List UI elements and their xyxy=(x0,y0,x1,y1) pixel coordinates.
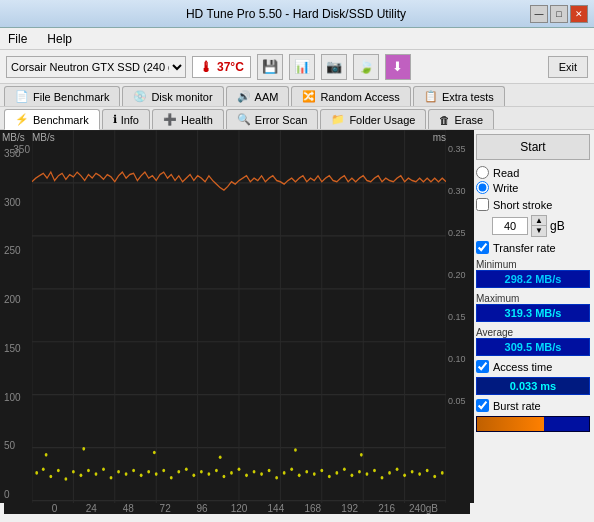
short-stroke-checkbox[interactable] xyxy=(476,198,489,211)
svg-point-42 xyxy=(207,472,210,476)
maximum-group: Maximum 319.3 MB/s xyxy=(476,292,590,322)
svg-point-28 xyxy=(102,468,105,472)
close-button[interactable]: ✕ xyxy=(570,5,588,23)
burst-rate-label: Burst rate xyxy=(493,400,541,412)
burst-rate-checkbox[interactable] xyxy=(476,399,489,412)
svg-point-48 xyxy=(253,470,256,474)
radio-write-label: Write xyxy=(476,181,590,194)
short-stroke-row: Short stroke xyxy=(476,198,590,211)
toolbar-icon-camera[interactable]: 📷 xyxy=(321,54,347,80)
gb-input[interactable] xyxy=(492,217,528,235)
radio-group: Read Write xyxy=(476,166,590,194)
x-label-24: 24 xyxy=(73,503,110,514)
svg-point-68 xyxy=(403,474,406,478)
burst-rate-fill xyxy=(477,417,544,431)
random-access-icon: 🔀 xyxy=(302,90,316,103)
svg-point-76 xyxy=(153,451,156,455)
svg-point-65 xyxy=(381,476,384,480)
menu-bar: File Help xyxy=(0,28,594,50)
exit-button[interactable]: Exit xyxy=(548,56,588,78)
svg-point-24 xyxy=(72,470,75,474)
svg-point-34 xyxy=(147,470,150,474)
gb-down-button[interactable]: ▼ xyxy=(532,226,546,236)
svg-point-46 xyxy=(238,468,241,472)
tab-benchmark[interactable]: ⚡ Benchmark xyxy=(4,109,100,130)
chart-wrapper: MB/s 350 MB/s ms xyxy=(0,130,474,514)
x-label-120: 120 xyxy=(221,503,258,514)
svg-point-59 xyxy=(335,471,338,475)
svg-point-40 xyxy=(192,474,195,478)
toolbar-icon-download[interactable]: ⬇ xyxy=(385,54,411,80)
gb-row: ▲ ▼ gB xyxy=(492,215,590,237)
chart-top-right-label: ms xyxy=(433,132,446,143)
y-label-right-020: 0.20 xyxy=(448,270,466,280)
svg-point-70 xyxy=(418,472,421,476)
menu-file[interactable]: File xyxy=(4,30,31,48)
y-axis-left-label: MB/s xyxy=(2,132,25,143)
tab-folder-usage[interactable]: 📁 Folder Usage xyxy=(320,109,426,129)
svg-point-23 xyxy=(64,477,67,481)
x-label-48: 48 xyxy=(110,503,147,514)
tab-extra-tests[interactable]: 📋 Extra tests xyxy=(413,86,505,106)
extra-tests-icon: 📋 xyxy=(424,90,438,103)
start-button[interactable]: Start xyxy=(476,134,590,160)
folder-usage-icon: 📁 xyxy=(331,113,345,126)
svg-point-72 xyxy=(433,475,436,479)
write-label-text: Write xyxy=(493,182,518,194)
thermometer-icon: 🌡 xyxy=(199,59,213,75)
minimum-group: Minimum 298.2 MB/s xyxy=(476,258,590,288)
tab-error-scan[interactable]: 🔍 Error Scan xyxy=(226,109,319,129)
svg-point-66 xyxy=(388,471,391,475)
chart-inner: MB/s ms xyxy=(32,130,446,503)
svg-point-74 xyxy=(45,453,48,457)
x-label-144: 144 xyxy=(257,503,294,514)
svg-point-64 xyxy=(373,469,376,473)
svg-point-54 xyxy=(298,474,301,478)
svg-point-79 xyxy=(360,453,363,457)
drive-select[interactable]: Corsair Neutron GTX SSD (240 gB) xyxy=(6,56,186,78)
y-label-right-030: 0.30 xyxy=(448,186,466,196)
tab-info[interactable]: ℹ Info xyxy=(102,109,150,129)
chart-svg xyxy=(32,130,446,503)
svg-point-35 xyxy=(155,472,158,476)
tab-erase[interactable]: 🗑 Erase xyxy=(428,109,494,129)
average-label: Average xyxy=(476,327,590,338)
average-group: Average 309.5 MB/s xyxy=(476,326,590,356)
tab-health[interactable]: ➕ Health xyxy=(152,109,224,129)
menu-help[interactable]: Help xyxy=(43,30,76,48)
minimize-button[interactable]: — xyxy=(530,5,548,23)
tab-aam[interactable]: 🔊 AAM xyxy=(226,86,290,106)
svg-point-56 xyxy=(313,472,316,476)
svg-point-30 xyxy=(117,470,120,474)
radio-read[interactable] xyxy=(476,166,489,179)
svg-point-73 xyxy=(441,471,444,475)
restore-button[interactable]: □ xyxy=(550,5,568,23)
toolbar-icon-info[interactable]: 📊 xyxy=(289,54,315,80)
temperature-display: 🌡 37°C xyxy=(192,56,251,78)
svg-point-20 xyxy=(42,468,45,472)
svg-point-45 xyxy=(230,471,233,475)
tab-file-benchmark[interactable]: 📄 File Benchmark xyxy=(4,86,120,106)
svg-point-29 xyxy=(110,476,113,480)
svg-point-21 xyxy=(49,475,52,479)
tab-disk-monitor[interactable]: 💿 Disk monitor xyxy=(122,86,223,106)
svg-point-31 xyxy=(125,472,128,476)
access-time-checkbox[interactable] xyxy=(476,360,489,373)
toolbar-icon-leaf[interactable]: 🍃 xyxy=(353,54,379,80)
tab-random-access[interactable]: 🔀 Random Access xyxy=(291,86,410,106)
x-axis: 0 24 48 72 96 120 144 168 192 216 240gB xyxy=(4,503,470,514)
svg-point-58 xyxy=(328,475,331,479)
radio-write[interactable] xyxy=(476,181,489,194)
svg-point-26 xyxy=(87,469,90,473)
right-panel: Start Read Write Short stroke ▲ ▼ gB xyxy=(474,130,594,514)
gb-up-button[interactable]: ▲ xyxy=(532,216,546,226)
svg-point-32 xyxy=(132,469,135,473)
chart-main-row: MB/s 350 MB/s ms xyxy=(0,130,474,503)
svg-point-25 xyxy=(80,474,83,478)
transfer-rate-checkbox[interactable] xyxy=(476,241,489,254)
toolbar-icon-hdd[interactable]: 💾 xyxy=(257,54,283,80)
svg-point-41 xyxy=(200,470,203,474)
svg-point-67 xyxy=(396,468,399,472)
x-label-72: 72 xyxy=(147,503,184,514)
svg-point-69 xyxy=(411,470,414,474)
